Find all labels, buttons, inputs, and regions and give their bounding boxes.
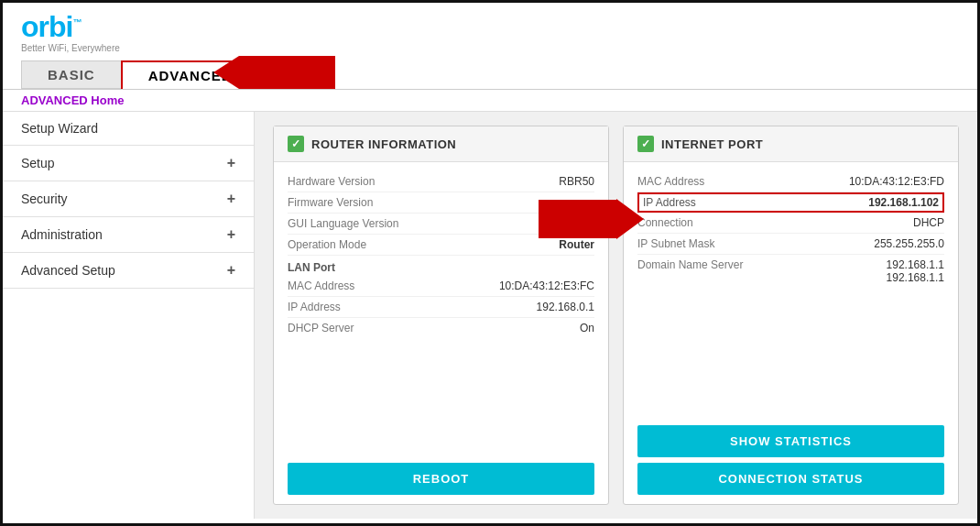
internet-mac-row: MAC Address 10:DA:43:12:E3:FD (637, 171, 944, 192)
logo: orbi™ (21, 12, 959, 41)
connection-status-button[interactable]: CONNECTION STATUS (637, 463, 944, 495)
tab-advanced[interactable]: ADVANCED (121, 60, 260, 89)
show-statistics-button[interactable]: SHOW STATISTICS (637, 425, 944, 457)
internet-card-body: MAC Address 10:DA:43:12:E3:FD IP Address… (624, 162, 958, 416)
router-operation-mode-row: Operation Mode Router (288, 235, 594, 256)
sidebar-item-setup[interactable]: Setup + (3, 146, 254, 181)
sidebar-plus-security: + (227, 191, 235, 207)
sidebar-plus-advanced-setup: + (227, 262, 235, 279)
router-card-footer: REBOOT (274, 454, 608, 504)
internet-card-footer: SHOW STATISTICS CONNECTION STATUS (624, 416, 958, 504)
router-card-header: ✓ ROUTER INFORMATION (274, 126, 608, 162)
tab-basic[interactable]: BASIC (21, 60, 121, 89)
main-layout: Setup Wizard Setup + Security + Administ… (3, 112, 977, 519)
breadcrumb-link[interactable]: ADVANCED Home (21, 93, 124, 107)
sidebar-plus-administration: + (227, 226, 235, 243)
router-dhcp-server-row: DHCP Server On (288, 318, 594, 338)
sidebar-item-security[interactable]: Security + (3, 181, 254, 217)
internet-card-header: ✓ INTERNET PORT (624, 126, 958, 162)
router-lan-mac-row: MAC Address 10:DA:43:12:E3:FC (288, 276, 594, 297)
internet-subnet-row: IP Subnet Mask 255.255.255.0 (637, 234, 944, 255)
tabs-row: BASIC ADVANCED (21, 60, 959, 89)
router-gui-language-row: GUI Language Version V1.0.0.275 (288, 214, 594, 235)
sidebar-item-setup-wizard[interactable]: Setup Wizard (3, 112, 254, 146)
internet-ip-row: IP Address 192.168.1.102 (637, 192, 944, 213)
sidebar: Setup Wizard Setup + Security + Administ… (3, 112, 255, 519)
sidebar-item-administration[interactable]: Administration + (3, 217, 254, 253)
router-card-body: Hardware Version RBR50 Firmware Version … (274, 162, 608, 454)
router-lan-section-label: LAN Port (288, 256, 594, 276)
router-info-card: ✓ ROUTER INFORMATION Hardware Version RB… (273, 126, 609, 505)
internet-port-card: ✓ INTERNET PORT MAC Address 10:DA:43:12:… (623, 126, 959, 505)
logo-tagline: Better WiFi, Everywhere (21, 43, 959, 53)
internet-card-title: INTERNET PORT (661, 137, 763, 151)
sidebar-item-advanced-setup[interactable]: Advanced Setup + (3, 253, 254, 289)
internet-connection-row: Connection DHCP (637, 213, 944, 234)
sidebar-plus-setup: + (227, 155, 235, 171)
internet-dns-row: Domain Name Server 192.168.1.1 192.168.1… (637, 255, 944, 288)
header: orbi™ Better WiFi, Everywhere BASIC ADVA… (3, 3, 977, 90)
router-lan-ip-row: IP Address 192.168.0.1 (288, 297, 594, 318)
router-check-icon: ✓ (288, 136, 304, 152)
router-firmware-version-row: Firmware Version (288, 192, 594, 214)
internet-check-icon: ✓ (637, 136, 654, 152)
breadcrumb-bar: ADVANCED Home (3, 90, 977, 112)
logo-area: orbi™ Better WiFi, Everywhere (21, 12, 959, 53)
router-card-title: ROUTER INFORMATION (311, 137, 456, 151)
reboot-button[interactable]: REBOOT (288, 463, 594, 495)
router-hardware-version-row: Hardware Version RBR50 (288, 171, 594, 192)
content-area: ✓ ROUTER INFORMATION Hardware Version RB… (255, 112, 977, 519)
